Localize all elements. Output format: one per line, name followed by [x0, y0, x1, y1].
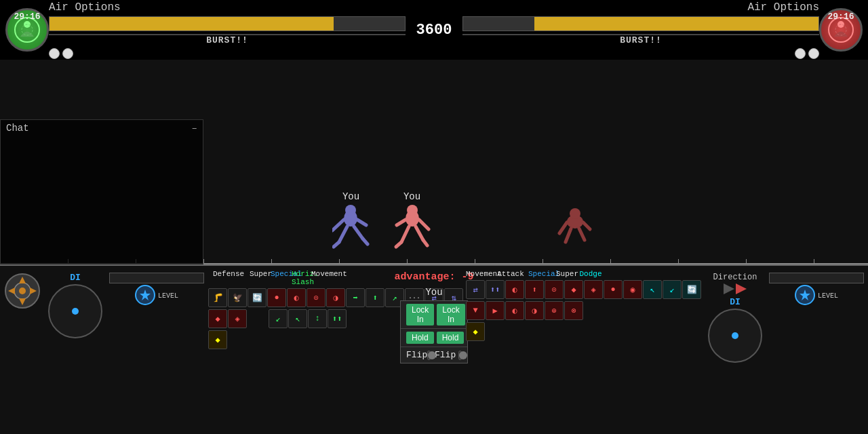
special-btn3[interactable]: ◑ [326, 288, 345, 307]
special-r2-btn2[interactable]: ↖ [288, 309, 307, 328]
svg-line-17 [419, 220, 429, 229]
svg-line-20 [396, 242, 401, 247]
super-btn1[interactable]: ● [267, 288, 286, 307]
player1-character: You [332, 191, 370, 259]
r-dodge-btn3[interactable]: 🔄 [682, 280, 701, 299]
svg-point-23 [570, 208, 580, 219]
flip-knob-left [428, 351, 436, 359]
defense-r2-btn2[interactable]: ◈ [228, 309, 247, 328]
player1-figure [332, 205, 370, 259]
r-special-btn2[interactable]: ◈ [584, 280, 603, 299]
player1-avatar-section: 29:16 [5, 8, 49, 52]
player1-air-options-row: Air Options [49, 1, 406, 14]
svg-point-34 [19, 288, 26, 294]
player2-btn-row2: ▼ ▶ ◐ ◑ ⊕ ⊗ [466, 301, 701, 320]
svg-line-25 [583, 222, 590, 229]
ground-tick [203, 259, 204, 264]
player2-burst-bar [462, 34, 819, 35]
ground-tick [610, 259, 611, 264]
r-super-btn1[interactable]: ◉ [623, 280, 642, 299]
r-r2-btn2[interactable]: ▶ [486, 301, 505, 320]
r-attack-btn2[interactable]: ⬆ [525, 280, 544, 299]
lock-in-btn-left[interactable]: Lock In [406, 304, 434, 326]
flip-knob-right [459, 351, 467, 359]
special-r2-btn3[interactable]: ↕ [308, 309, 327, 328]
svg-line-13 [363, 239, 368, 244]
special-label-left: Special [271, 270, 291, 286]
player2-you-label: You [393, 191, 431, 202]
direction-arrow-left [724, 283, 734, 294]
player1-burst-bar [49, 34, 406, 35]
defense-btn2[interactable]: 🦅 [228, 288, 247, 307]
svg-line-8 [332, 220, 344, 231]
center-score-section: 3600 [406, 22, 462, 39]
r-r2-btn5[interactable]: ⊕ [545, 301, 564, 320]
player2-health-fill [534, 17, 818, 31]
flip-label-right: Flip [435, 350, 456, 360]
ground-tick [271, 259, 272, 264]
player2-character: You [393, 191, 431, 259]
top-hud: 29:16 Air Options BURST!! 3600 [0, 0, 868, 60]
lock-in-row: Lock In Lock In [401, 301, 467, 329]
flip-toggle-left[interactable] [427, 351, 431, 360]
horiz-slash-btn1[interactable]: ➡ [346, 288, 365, 307]
svg-line-10 [339, 226, 347, 242]
player2-avatar: 29:16 [819, 8, 863, 52]
defense-r2-btn1[interactable]: ◆ [208, 309, 227, 328]
player2-action-buttons: Movement Attack Special Super Dodge ⇄ ⬆⬆… [466, 270, 701, 341]
chat-messages [1, 136, 203, 265]
yellow-btn1[interactable]: ◆ [208, 330, 227, 349]
center-you-label: You [425, 287, 442, 298]
center-score: 3600 [414, 22, 454, 39]
special-r2-btn1[interactable]: ↙ [269, 309, 288, 328]
ground-tick [339, 259, 340, 264]
player1-di-circle [48, 284, 102, 338]
advantage-text: advantage: -9 [394, 271, 473, 283]
flip-row: Flip Flip [401, 347, 467, 363]
player2-level-label: LEVEL [818, 292, 838, 300]
svg-point-15 [407, 205, 418, 216]
defense-btn1[interactable]: 🦵 [208, 288, 227, 307]
svg-line-11 [354, 226, 363, 239]
player2-direction-section: Direction DI [708, 273, 762, 363]
svg-line-16 [397, 220, 406, 225]
game-area: Chat – send You You [0, 60, 868, 264]
special-label-right: Special [528, 270, 555, 278]
player1-health-fill [50, 17, 334, 31]
r-special-btn3[interactable]: ● [604, 280, 623, 299]
player2-btn-row1: ⇄ ⬆⬆ ◐ ⬆ ⊙ ◆ ◈ ● ◉ ↖ ↙ 🔄 [466, 280, 701, 299]
r-movement-btn2[interactable]: ⬆⬆ [486, 280, 505, 299]
flip-toggle-right[interactable] [458, 351, 462, 360]
direction-label: Direction [713, 273, 757, 282]
player1-level-bar [109, 273, 204, 283]
player2-btn-row3: ◆ [466, 322, 701, 341]
player1-avatar: 29:16 [5, 8, 49, 52]
r-movement-btn1[interactable]: ⇄ [466, 280, 485, 299]
r-dodge-btn1[interactable]: ↖ [643, 280, 662, 299]
chat-minimize-button[interactable]: – [192, 123, 197, 134]
special-btn1[interactable]: ◐ [287, 288, 306, 307]
r-r2-btn3[interactable]: ◐ [505, 301, 524, 320]
player1-controls: DI LEVEL [0, 266, 380, 434]
super-label-right: Super [556, 270, 576, 278]
player2-di-dot [732, 332, 738, 339]
svg-marker-36 [800, 290, 810, 300]
defense-btn3[interactable]: 🔄 [248, 288, 267, 307]
r-attack-btn3[interactable]: ⊙ [545, 280, 564, 299]
r-r2-btn4[interactable]: ◑ [525, 301, 544, 320]
r-r2-btn6[interactable]: ⊗ [564, 301, 583, 320]
r-dodge-btn2[interactable]: ↙ [663, 280, 682, 299]
r-yellow-btn1[interactable]: ◆ [466, 322, 485, 341]
r-special-btn1[interactable]: ◆ [564, 280, 583, 299]
lock-in-btn-right[interactable]: Lock In [437, 304, 465, 326]
hold-btn-right[interactable]: Hold [437, 332, 465, 344]
r-attack-btn1[interactable]: ◐ [505, 280, 524, 299]
hold-btn-left[interactable]: Hold [406, 332, 434, 344]
svg-marker-35 [140, 290, 151, 300]
chat-title: Chat [6, 123, 29, 134]
player2-figure [393, 205, 431, 259]
r-r2-btn1[interactable]: ▼ [466, 301, 485, 320]
horiz-r2-btn1[interactable]: ⬆⬆ [328, 309, 347, 328]
svg-line-19 [416, 226, 423, 240]
special-btn2[interactable]: ⊙ [307, 288, 326, 307]
